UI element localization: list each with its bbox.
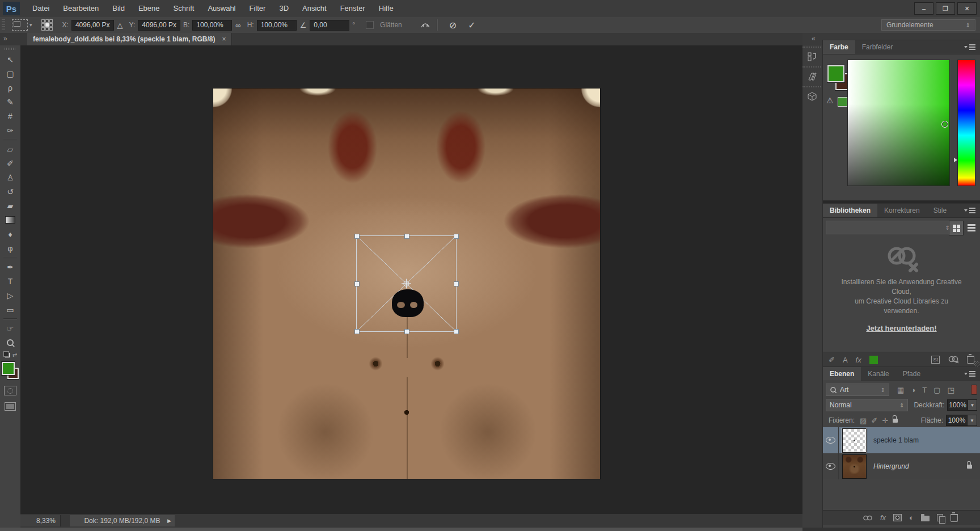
layer-filter-toggle[interactable] (971, 385, 977, 395)
menu-ebene[interactable]: Ebene (132, 0, 167, 17)
zoom-tool[interactable] (0, 335, 20, 349)
filter-shape-layers-icon[interactable]: ▢ (933, 386, 940, 394)
tab-korrekturen[interactable]: Korrekturen (877, 204, 927, 217)
eraser-tool[interactable]: ▰ (0, 199, 20, 213)
layer-row-speckle[interactable]: speckle 1 blam (823, 427, 980, 453)
hue-slider-icon[interactable] (954, 158, 957, 162)
cc-sync-off-icon[interactable] (948, 356, 959, 364)
lock-all-icon[interactable] (893, 419, 898, 423)
filter-type-layers-icon[interactable]: T (922, 386, 927, 394)
commit-transform-icon[interactable]: ✓ (468, 20, 475, 31)
history-brush-tool[interactable]: ↺ (0, 184, 20, 199)
transform-handle-top[interactable] (404, 234, 409, 239)
blur-tool[interactable]: ♦ (0, 227, 20, 241)
menu-3d[interactable]: 3D (272, 0, 295, 17)
lock-paint-icon[interactable]: ✐ (871, 416, 877, 425)
document-tab-close-icon[interactable]: × (222, 35, 226, 43)
transform-handle-topleft[interactable] (354, 234, 360, 239)
pen-tool[interactable]: ✒ (0, 260, 20, 274)
layer-filter-type-dropdown[interactable]: Art ⇕ (826, 384, 889, 396)
color-picker-marker[interactable] (942, 121, 948, 127)
saturation-brightness-field[interactable] (847, 60, 950, 186)
library-color-swatch[interactable] (869, 356, 878, 364)
optionsbar-grip-icon[interactable] (2, 19, 5, 31)
grid-view-button[interactable] (949, 221, 964, 235)
gradient-tool[interactable] (0, 213, 20, 227)
layer-visibility-cell[interactable] (823, 427, 839, 453)
menu-bearbeiten[interactable]: Bearbeiten (56, 0, 105, 17)
tab-ebenen[interactable]: Ebenen (823, 367, 861, 381)
lock-position-icon[interactable]: ✛ (882, 416, 888, 425)
rotation-field[interactable]: 0,00 (310, 20, 349, 31)
swap-colors-icon[interactable]: ⇄ (12, 352, 17, 358)
menu-datei[interactable]: Datei (26, 0, 56, 17)
layer-thumbnail[interactable] (842, 454, 867, 479)
maximize-button[interactable]: ❐ (936, 2, 955, 15)
menu-filter[interactable]: Filter (243, 0, 273, 17)
library-select-dropdown[interactable]: ⇕ (826, 221, 954, 234)
workspace-switcher[interactable]: Grundelemente ⇕ (881, 19, 975, 31)
layer-style-icon[interactable]: fx (880, 513, 886, 522)
transform-handle-right[interactable] (454, 281, 459, 286)
maintain-aspect-icon[interactable]: ∞ (235, 21, 240, 30)
transform-handle-topright[interactable] (454, 234, 459, 239)
color-panel-menu-icon[interactable] (964, 40, 980, 54)
tool-preset-caret-icon[interactable]: ▾ (29, 22, 32, 28)
layer-name[interactable]: speckle 1 blam (873, 436, 919, 444)
menu-schrift[interactable]: Schrift (167, 0, 201, 17)
tab-farbfelder[interactable]: Farbfelder (855, 40, 900, 54)
y-position-field[interactable]: 4096,00 Px (138, 20, 180, 31)
new-layer-icon[interactable] (937, 514, 943, 521)
download-now-link[interactable]: Jetzt herunterladen! (823, 324, 980, 332)
dodge-tool[interactable]: φ (0, 241, 20, 255)
quick-mask-button[interactable] (4, 386, 16, 395)
tool-preset-icon[interactable] (12, 19, 28, 31)
link-layers-icon[interactable] (863, 515, 873, 521)
list-view-button[interactable] (965, 221, 978, 234)
default-colors-icon[interactable] (3, 351, 10, 358)
width-scale-field[interactable]: 100,00% (192, 20, 232, 31)
status-arrow-icon[interactable]: ▶ (167, 518, 171, 524)
tools-grip-icon[interactable] (5, 48, 16, 50)
eyedropper-tool[interactable]: ✑ (0, 123, 20, 137)
menu-auswahl[interactable]: Auswahl (201, 0, 242, 17)
add-layer-mask-icon[interactable] (893, 514, 902, 521)
hue-ramp[interactable] (957, 60, 975, 186)
character-style-icon[interactable]: A (843, 356, 848, 364)
tab-pfade[interactable]: Pfade (896, 367, 927, 381)
path-selection-tool[interactable]: ▷ (0, 288, 20, 302)
fill-dropdown-icon[interactable]: ▼ (968, 415, 977, 426)
document-size-info[interactable]: Dok: 192,0 MB/192,0 MB ▶ (70, 515, 175, 526)
minimize-button[interactable]: – (914, 2, 933, 15)
foreground-color-swatch[interactable] (2, 362, 15, 375)
brush-tool[interactable]: ✐ (0, 156, 20, 170)
shape-tool[interactable]: ▭ (0, 302, 20, 317)
warp-mode-icon[interactable] (420, 20, 431, 31)
toolbar-expand-icon[interactable]: » (3, 35, 7, 43)
lock-transparency-icon[interactable]: ▨ (860, 416, 867, 425)
move-tool[interactable]: ↖ (0, 52, 20, 66)
speckle-layer-content[interactable] (392, 289, 424, 317)
menu-hilfe[interactable]: Hilfe (372, 0, 400, 17)
reference-point-locator[interactable] (41, 19, 53, 31)
menu-fenster[interactable]: Fenster (333, 0, 372, 17)
x-position-field[interactable]: 4096,00 Px (71, 20, 114, 31)
filter-image-layers-icon[interactable]: ▦ (897, 386, 904, 394)
hand-tool[interactable]: ☞ (0, 321, 20, 335)
foreground-color-swatch[interactable] (827, 65, 844, 82)
layers-panel-menu-icon[interactable] (964, 367, 980, 381)
expand-panels-icon[interactable]: « (812, 35, 816, 43)
delete-layer-icon[interactable] (951, 514, 958, 522)
crop-tool[interactable]: # (0, 109, 20, 123)
quick-selection-tool[interactable]: ✎ (0, 95, 20, 109)
fill-field[interactable]: 100% (946, 415, 968, 426)
transform-handle-left[interactable] (354, 281, 360, 286)
tab-bibliotheken[interactable]: Bibliotheken (823, 204, 877, 217)
height-scale-field[interactable]: 100,00% (257, 20, 297, 31)
lasso-tool[interactable]: ρ (0, 81, 20, 95)
layer-style-icon[interactable]: fx (856, 356, 861, 364)
dock-3d-panel-button[interactable] (802, 86, 821, 105)
tab-kanaele[interactable]: Kanäle (861, 367, 895, 381)
transform-handle-bottom[interactable] (404, 329, 409, 334)
dock-history-panel-button[interactable] (802, 47, 821, 65)
